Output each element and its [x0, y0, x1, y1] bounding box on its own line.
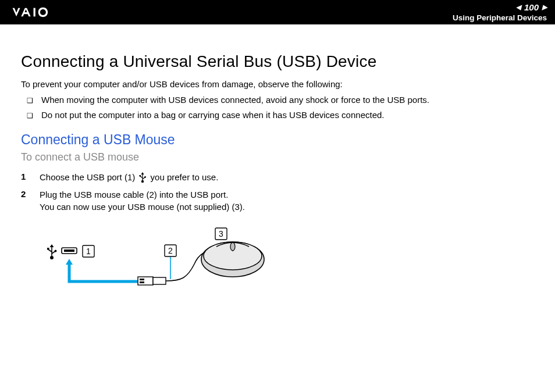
step-text: Plug the USB mouse cable (2) into the US… [40, 189, 245, 213]
step-item: 2 Plug the USB mouse cable (2) into the … [21, 189, 534, 213]
svg-marker-15 [66, 259, 73, 265]
bullet-text: When moving the computer with USB device… [41, 95, 429, 105]
usb-plug-icon [138, 277, 166, 285]
step-item: 1 Choose the USB port (1) you prefer to … [21, 172, 534, 186]
callout-1: 1 [83, 245, 94, 257]
svg-rect-19 [153, 277, 166, 284]
bullet-text: Do not put the computer into a bag or ca… [41, 110, 385, 120]
svg-point-2 [142, 180, 144, 182]
svg-rect-18 [140, 281, 144, 283]
bullet-item: ❑ Do not put the computer into a bag or … [27, 110, 534, 122]
bullet-marker-icon: ❑ [27, 95, 33, 106]
bullet-item: ❑ When moving the computer with USB devi… [27, 95, 534, 106]
svg-text:2: 2 [168, 246, 173, 255]
nav-next-icon[interactable]: ▶ [542, 3, 547, 11]
bullet-marker-icon: ❑ [27, 110, 33, 122]
svg-rect-0 [34, 8, 35, 17]
page-number: 100 [524, 2, 539, 12]
page-content: Connecting a Universal Serial Bus (USB) … [0, 24, 555, 309]
svg-text:3: 3 [219, 229, 223, 238]
svg-rect-4 [140, 175, 141, 177]
header-bar: ◀ 100 ▶ Using Peripheral Devices [0, 0, 555, 24]
intro-text: To prevent your computer and/or USB devi… [21, 79, 534, 89]
step-text: Choose the USB port (1) you prefer to us… [40, 172, 218, 186]
svg-marker-3 [141, 172, 144, 174]
step-number: 2 [21, 189, 29, 213]
usb-trident-icon [47, 244, 56, 259]
svg-rect-16 [138, 277, 153, 285]
warning-bullets: ❑ When moving the computer with USB devi… [21, 95, 534, 122]
nav-prev-icon[interactable]: ◀ [516, 3, 521, 11]
callout-2: 2 [165, 245, 176, 279]
mouse-icon [201, 242, 264, 277]
svg-rect-12 [64, 250, 74, 252]
steps-list: 1 Choose the USB port (1) you prefer to … [21, 172, 534, 213]
svg-text:1: 1 [86, 247, 91, 256]
page-title: Connecting a Universal Serial Bus (USB) … [21, 52, 534, 71]
usb-trident-icon [138, 172, 147, 186]
step-number: 1 [21, 172, 29, 186]
usb-port-icon [62, 248, 77, 254]
subsection-subhead: To connect a USB mouse [21, 151, 534, 163]
usb-mouse-diagram: 1 2 [42, 228, 309, 298]
section-name: Using Peripheral Devices [453, 13, 547, 22]
svg-point-7 [51, 256, 53, 259]
subsection-title: Connecting a USB Mouse [21, 132, 534, 148]
vaio-logo [8, 7, 72, 17]
page-nav: ◀ 100 ▶ [453, 2, 547, 12]
svg-marker-8 [50, 244, 54, 247]
header-right: ◀ 100 ▶ Using Peripheral Devices [453, 2, 547, 22]
svg-point-10 [55, 250, 57, 252]
svg-point-5 [145, 176, 147, 178]
svg-rect-17 [140, 279, 144, 280]
svg-rect-9 [47, 248, 49, 250]
insert-arrow-icon [66, 259, 138, 281]
callout-3: 3 [215, 228, 227, 240]
svg-point-26 [230, 243, 235, 251]
